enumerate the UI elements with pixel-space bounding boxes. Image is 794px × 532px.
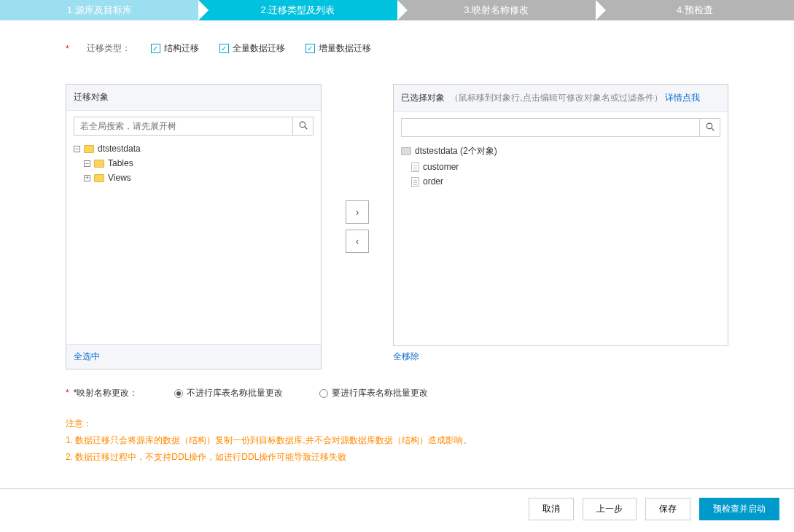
selected-panel-hint-link[interactable]: 详情点我: [665, 93, 700, 103]
step-label: 4.预检查: [677, 4, 713, 15]
radio-do-rename[interactable]: 要进行库表名称批量更改: [319, 387, 428, 399]
folder-icon: [84, 145, 94, 153]
expand-icon[interactable]: +: [84, 175, 90, 181]
cancel-button[interactable]: 取消: [529, 498, 574, 520]
check-icon: ✓: [219, 44, 229, 53]
selected-tree: dtstestdata (2个对象) customer order: [401, 143, 720, 189]
selected-panel-title: 已选择对象: [401, 93, 445, 103]
radio-label: 不进行库表名称批量更改: [187, 387, 283, 399]
check-icon: ✓: [305, 44, 315, 53]
selected-search: [401, 118, 720, 137]
selected-search-input[interactable]: [401, 118, 700, 137]
step-bar: 1.源库及目标库 2.迁移类型及列表 3.映射名称修改 4.预检查: [0, 0, 794, 20]
precheck-start-button[interactable]: 预检查并启动: [699, 498, 779, 520]
checkbox-incremental[interactable]: ✓ 增量数据迁移: [305, 42, 371, 55]
checkbox-structure[interactable]: ✓ 结构迁移: [151, 42, 199, 55]
move-right-button[interactable]: ›: [346, 200, 369, 224]
step-2[interactable]: 2.迁移类型及列表: [198, 0, 397, 20]
chevron-left-icon: ‹: [356, 235, 359, 247]
check-icon: ✓: [151, 44, 160, 53]
remove-all-link[interactable]: 全移除: [393, 351, 419, 361]
svg-line-1: [305, 126, 307, 128]
svg-point-0: [300, 122, 305, 128]
rename-row: **映射名称更改： 不进行库表名称批量更改 要进行库表名称批量更改: [66, 387, 728, 399]
save-button[interactable]: 保存: [645, 498, 690, 520]
rename-label: **映射名称更改：: [66, 387, 138, 399]
folder-icon: [94, 174, 104, 182]
step-label: 1.源库及目标库: [67, 4, 132, 15]
prev-button[interactable]: 上一步: [583, 498, 637, 520]
selected-objects-panel: 已选择对象 （鼠标移到对象行,点击编辑可修改对象名或过滤条件） 详情点我: [393, 84, 728, 346]
step-label: 3.映射名称修改: [464, 4, 529, 15]
chevron-right-icon: ›: [356, 206, 359, 218]
tree-node-label: order: [423, 176, 443, 187]
selected-search-button[interactable]: [700, 118, 720, 137]
table-icon: [411, 163, 419, 172]
checkbox-label: 增量数据迁移: [319, 42, 371, 55]
step-label: 2.迁移类型及列表: [260, 4, 335, 15]
migration-type-row: * 迁移类型： ✓ 结构迁移 ✓ 全量数据迁移 ✓ 增量数据迁移: [66, 42, 728, 55]
source-objects-panel: 迁移对象 − dtstestdata: [66, 84, 322, 369]
folder-icon: [94, 160, 104, 168]
table-icon: [411, 177, 419, 187]
tree-node-label: customer: [423, 162, 459, 172]
collapse-icon[interactable]: −: [84, 160, 90, 167]
select-all-link[interactable]: 全选中: [74, 351, 100, 361]
collapse-icon[interactable]: −: [74, 146, 80, 152]
selected-panel-hint: （鼠标移到对象行,点击编辑可修改对象名或过滤条件）: [450, 93, 662, 103]
step-3[interactable]: 3.映射名称修改: [397, 0, 596, 20]
radio-icon: [319, 389, 328, 398]
svg-line-3: [711, 128, 713, 130]
source-search-input[interactable]: [74, 117, 293, 136]
selected-panel-header: 已选择对象 （鼠标移到对象行,点击编辑可修改对象名或过滤条件） 详情点我: [394, 85, 728, 112]
folder-icon: [401, 147, 411, 155]
tree-node-label: Views: [108, 173, 131, 183]
tree-node-label: Tables: [108, 158, 133, 168]
tree-node-order[interactable]: order: [401, 174, 720, 189]
step-4[interactable]: 4.预检查: [596, 0, 794, 20]
tree-node-root[interactable]: − dtstestdata: [74, 141, 314, 156]
checkbox-label: 结构迁移: [164, 42, 199, 55]
notes-block: 注意： 1. 数据迁移只会将源库的数据（结构）复制一份到目标数据库,并不会对源数…: [66, 415, 728, 465]
notes-line: 2. 数据迁移过程中，不支持DDL操作，如进行DDL操作可能导致迁移失败: [66, 449, 728, 466]
source-search: [74, 117, 314, 136]
tree-node-customer[interactable]: customer: [401, 160, 720, 174]
search-icon: [706, 122, 715, 133]
transfer-panels: 迁移对象 − dtstestdata: [66, 84, 728, 369]
tree-node-root[interactable]: dtstestdata (2个对象): [401, 143, 720, 160]
checkbox-label: 全量数据迁移: [233, 42, 285, 55]
source-panel-header: 迁移对象: [66, 85, 321, 111]
bottom-action-bar: 取消 上一步 保存 预检查并启动: [0, 488, 794, 529]
svg-point-2: [707, 123, 712, 129]
required-mark: *: [66, 44, 69, 54]
transfer-buttons: › ‹: [322, 84, 393, 369]
radio-icon: [174, 389, 183, 398]
source-panel-title: 迁移对象: [74, 92, 109, 102]
notes-heading: 注意：: [66, 415, 728, 432]
search-icon: [299, 121, 308, 132]
source-search-button[interactable]: [293, 117, 314, 136]
tree-node-tables[interactable]: − Tables: [74, 156, 314, 171]
move-left-button[interactable]: ‹: [346, 230, 369, 253]
migration-type-label: 迁移类型：: [87, 42, 131, 55]
radio-label: 要进行库表名称批量更改: [332, 387, 428, 399]
source-tree: − dtstestdata − Tables + Views: [74, 141, 314, 185]
tree-node-label: dtstestdata: [98, 144, 141, 154]
step-1[interactable]: 1.源库及目标库: [0, 0, 198, 20]
radio-no-rename[interactable]: 不进行库表名称批量更改: [174, 387, 283, 399]
notes-line: 1. 数据迁移只会将源库的数据（结构）复制一份到目标数据库,并不会对源数据库数据…: [66, 432, 728, 449]
tree-node-views[interactable]: + Views: [74, 171, 314, 185]
checkbox-full-data[interactable]: ✓ 全量数据迁移: [219, 42, 285, 55]
tree-node-label: dtstestdata (2个对象): [415, 145, 497, 157]
